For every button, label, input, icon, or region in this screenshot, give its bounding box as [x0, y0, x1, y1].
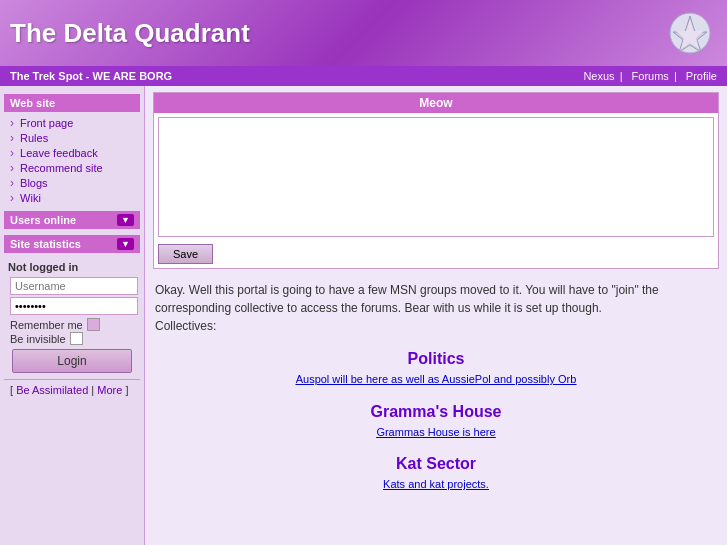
- website-section-header: Web site: [4, 94, 140, 112]
- collective-politics: Politics Auspol will be here as well as …: [155, 347, 717, 388]
- collective-grammas-house: Gramma's House Grammas House is here: [155, 400, 717, 441]
- main-content: Okay. Well this portal is going to have …: [145, 275, 727, 499]
- invisible-checkbox[interactable]: [70, 332, 83, 345]
- main-layout: Web site Front page Rules Leave feedback…: [0, 86, 727, 545]
- kat-sector-title: Kat Sector: [155, 452, 717, 476]
- sidebar: Web site Front page Rules Leave feedback…: [0, 86, 145, 545]
- site-title: The Delta Quadrant: [10, 18, 250, 49]
- header: The Delta Quadrant: [0, 0, 727, 66]
- sidebar-item-blogs[interactable]: Blogs: [10, 176, 140, 190]
- blogs-link[interactable]: Blogs: [20, 177, 48, 189]
- tagline: The Trek Spot - WE ARE BORG: [10, 70, 172, 82]
- nexus-link[interactable]: Nexus: [583, 70, 614, 82]
- politics-title: Politics: [155, 347, 717, 371]
- shoutbox-body: Save: [154, 113, 718, 268]
- shoutbox-textarea[interactable]: [158, 117, 714, 237]
- sidebar-item-feedback[interactable]: Leave feedback: [10, 146, 140, 160]
- frontpage-link[interactable]: Front page: [20, 117, 73, 129]
- kat-sector-link[interactable]: Kats and kat projects.: [383, 478, 489, 490]
- be-invisible-row: Be invisible: [10, 332, 134, 345]
- grammas-house-desc: Grammas House is here: [155, 424, 717, 441]
- statistics-label: Site statistics: [10, 238, 81, 250]
- nav-links: Nexus | Forums | Profile: [579, 70, 717, 82]
- recommend-link[interactable]: Recommend site: [20, 162, 103, 174]
- star-trek-logo: [669, 12, 711, 54]
- website-label: Web site: [10, 97, 55, 109]
- grammas-house-title: Gramma's House: [155, 400, 717, 424]
- content-area: Meow Save Okay. Well this portal is goin…: [145, 86, 727, 545]
- not-logged-in-label: Not logged in: [4, 257, 140, 275]
- forums-link[interactable]: Forums: [632, 70, 669, 82]
- rules-link[interactable]: Rules: [20, 132, 48, 144]
- statistics-toggle[interactable]: ▼: [117, 238, 134, 250]
- kat-sector-desc: Kats and kat projects.: [155, 476, 717, 493]
- politics-desc: Auspol will be here as well as AussiePol…: [155, 371, 717, 388]
- sidebar-item-recommend[interactable]: Recommend site: [10, 161, 140, 175]
- feedback-link[interactable]: Leave feedback: [20, 147, 98, 159]
- sidebar-item-frontpage[interactable]: Front page: [10, 116, 140, 130]
- username-input[interactable]: [10, 277, 138, 295]
- wiki-link[interactable]: Wiki: [20, 192, 41, 204]
- password-input[interactable]: [10, 297, 138, 315]
- shoutbox-save-button[interactable]: Save: [158, 244, 213, 264]
- sidebar-footer: [ Be Assimilated | More ]: [4, 379, 140, 400]
- sidebar-item-rules[interactable]: Rules: [10, 131, 140, 145]
- remember-me-checkbox[interactable]: [87, 318, 100, 331]
- statistics-header: Site statistics ▼: [4, 235, 140, 253]
- shoutbox-header: Meow: [154, 93, 718, 113]
- profile-link[interactable]: Profile: [686, 70, 717, 82]
- navbar: The Trek Spot - WE ARE BORG Nexus | Foru…: [0, 66, 727, 86]
- shoutbox: Meow Save: [153, 92, 719, 269]
- users-online-label: Users online: [10, 214, 76, 226]
- users-online-header: Users online ▼: [4, 211, 140, 229]
- politics-link[interactable]: Auspol will be here as well as AussiePol…: [296, 373, 577, 385]
- be-assimilated-link[interactable]: Be Assimilated: [16, 384, 88, 396]
- more-link[interactable]: More: [97, 384, 122, 396]
- sidebar-item-wiki[interactable]: Wiki: [10, 191, 140, 205]
- grammas-house-link[interactable]: Grammas House is here: [376, 426, 495, 438]
- remember-me-row: Remember me: [10, 318, 134, 331]
- users-online-toggle[interactable]: ▼: [117, 214, 134, 226]
- intro-text: Okay. Well this portal is going to have …: [155, 281, 717, 317]
- login-button[interactable]: Login: [12, 349, 132, 373]
- remember-me-label: Remember me: [10, 319, 83, 331]
- collective-kat-sector: Kat Sector Kats and kat projects.: [155, 452, 717, 493]
- collectives-label: Collectives:: [155, 317, 717, 335]
- be-invisible-label: Be invisible: [10, 333, 66, 345]
